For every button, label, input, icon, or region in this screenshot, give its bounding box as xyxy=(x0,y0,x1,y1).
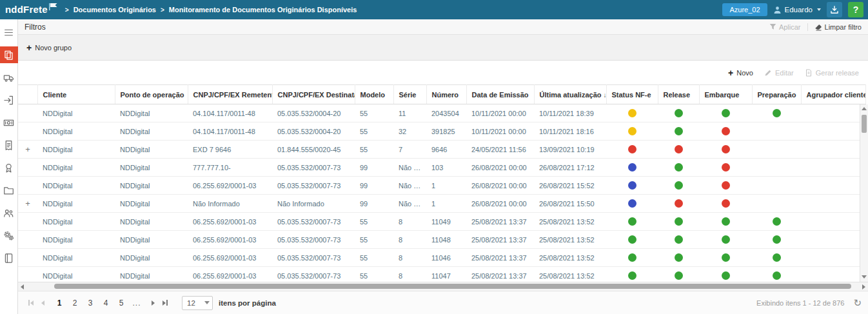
table-row[interactable]: NDDigitalNDDigital06.255.692/0001-0305.0… xyxy=(18,231,865,249)
pager-first-button[interactable] xyxy=(28,300,34,306)
download-button[interactable] xyxy=(827,2,842,17)
cell-serie: Não Infor... xyxy=(393,195,426,213)
vertical-scrollbar[interactable] xyxy=(860,104,868,282)
generate-release-button[interactable]: Gerar release xyxy=(805,69,859,77)
chevron-down-icon xyxy=(202,301,212,304)
cell-emissao: 25/08/2021 13:37 xyxy=(466,213,534,231)
refresh-button[interactable]: ↻ xyxy=(853,298,862,308)
cell-numero: 9646 xyxy=(426,141,466,159)
column-header-emissao[interactable]: Data de Emissão xyxy=(466,85,534,104)
pager-last-button[interactable] xyxy=(163,300,168,306)
column-header-expand xyxy=(18,85,37,104)
sidebar-item-truck[interactable] xyxy=(0,69,18,86)
apply-filter-button[interactable]: Aplicar xyxy=(769,23,801,31)
column-header-remetente[interactable]: CNPJ/CPF/EX Remetente xyxy=(188,85,272,104)
status-dot-red xyxy=(675,145,683,153)
sidebar-item-money[interactable] xyxy=(0,114,18,131)
table-row[interactable]: NDDigitalNDDigital777.777.10-05.035.532/… xyxy=(18,159,865,177)
column-header-status_nfe[interactable]: Status NF-e xyxy=(606,85,658,104)
apply-filter-label: Aplicar xyxy=(779,23,801,31)
scroll-left-button[interactable] xyxy=(21,282,24,291)
scroll-right-button[interactable] xyxy=(862,282,865,291)
sidebar-item-badge[interactable] xyxy=(0,159,18,176)
column-header-release[interactable]: Release xyxy=(658,85,699,104)
cell-numero: 2043504 xyxy=(426,104,466,123)
status-dot-green xyxy=(675,217,683,226)
status-dot-green xyxy=(675,271,683,280)
sidebar-item-documents[interactable] xyxy=(0,46,18,63)
cell-numero: 11048 xyxy=(426,231,466,249)
column-header-modelo[interactable]: Modelo xyxy=(355,85,393,104)
environment-button[interactable]: Azure_02 xyxy=(722,3,767,16)
horizontal-scroll-thumb[interactable] xyxy=(54,284,851,289)
column-header-preparacao[interactable]: Preparação xyxy=(752,85,801,104)
status-dot-green xyxy=(773,217,781,226)
scroll-down-button[interactable] xyxy=(860,273,868,281)
cell-destinatario: 05.035.532/0007-73 xyxy=(272,249,355,267)
table-row[interactable]: +NDDigitalNDDigitalNão InformadoNão Info… xyxy=(18,195,865,213)
new-group-button[interactable]: + Novo grupo xyxy=(26,43,72,52)
pager-prev-button[interactable] xyxy=(41,300,44,306)
pager-page-2[interactable]: 2 xyxy=(67,297,83,309)
vertical-scroll-thumb[interactable] xyxy=(862,115,867,133)
status-dot-green xyxy=(675,127,683,135)
new-button[interactable]: + Novo xyxy=(728,68,753,77)
column-header-agrupador[interactable]: Agrupador cliente xyxy=(801,85,865,104)
table-row[interactable]: NDDigitalNDDigital06.255.692/0001-0305.0… xyxy=(18,249,865,267)
status-dot-green xyxy=(722,253,730,262)
column-header-embarque[interactable]: Embarque xyxy=(699,85,752,104)
table-row[interactable]: NDDigitalNDDigital04.104.117/0011-4805.0… xyxy=(18,104,865,123)
column-header-cliente[interactable]: Cliente xyxy=(37,85,115,104)
status-dot-green xyxy=(722,109,730,117)
column-header-atualizacao[interactable]: Última atualização ↓ xyxy=(534,85,606,104)
column-header-serie[interactable]: Série xyxy=(393,85,426,104)
column-header-destinatario[interactable]: CNPJ/CPF/EX Destinatário xyxy=(272,85,355,104)
horizontal-scrollbar[interactable] xyxy=(18,282,868,291)
table-row[interactable]: NDDigitalNDDigital06.255.692/0001-0305.0… xyxy=(18,177,865,195)
cell-atualizacao: 10/11/2021 18:39 xyxy=(534,104,606,123)
status-dot-red xyxy=(722,145,730,153)
row-expand-cell[interactable]: + xyxy=(18,141,37,159)
scroll-up-button[interactable] xyxy=(860,104,868,113)
pager-page-4[interactable]: 4 xyxy=(98,297,113,309)
sidebar-nav xyxy=(0,19,18,314)
cell-cliente: NDDigital xyxy=(37,141,115,159)
app-logo[interactable]: nddFrete xyxy=(5,1,57,19)
breadcrumb-item-monitoramento[interactable]: Monitoramento de Documentos Originários … xyxy=(169,6,357,14)
pager-page-3[interactable]: 3 xyxy=(83,297,98,309)
help-button[interactable]: ? xyxy=(848,2,863,17)
sidebar-item-book[interactable] xyxy=(0,250,18,266)
page-size-select[interactable]: 12 xyxy=(182,296,213,310)
cell-preparacao xyxy=(752,177,801,195)
cell-status_nfe xyxy=(606,249,658,267)
pager-more-button[interactable]: ... xyxy=(129,297,144,309)
pager-page-1[interactable]: 1 xyxy=(52,297,67,309)
edit-button[interactable]: Editar xyxy=(764,69,794,77)
sidebar-item-receipt[interactable] xyxy=(0,137,18,153)
table-row[interactable]: NDDigitalNDDigital06.255.692/0001-0305.0… xyxy=(18,267,865,282)
pager-next-button[interactable] xyxy=(152,300,155,306)
cell-serie: 8 xyxy=(393,231,426,249)
user-menu[interactable]: Eduardo xyxy=(773,6,821,14)
breadcrumb-item-documentos[interactable]: Documentos Originários xyxy=(74,6,156,14)
clear-filter-button[interactable]: Limpar filtro xyxy=(814,23,862,31)
status-dot-green xyxy=(675,163,683,172)
sidebar-item-menu[interactable] xyxy=(0,24,18,41)
sidebar-item-folder[interactable] xyxy=(0,182,18,199)
sidebar-item-export[interactable] xyxy=(0,92,18,108)
grid-toolbar: + Novo Editar Gerar release xyxy=(18,61,868,84)
table-row[interactable]: NDDigitalNDDigital06.255.692/0001-0305.0… xyxy=(18,213,865,231)
triangle-left-icon xyxy=(41,300,44,306)
book-icon xyxy=(3,253,14,264)
sidebar-item-users[interactable] xyxy=(0,204,18,221)
sidebar-item-gears[interactable] xyxy=(0,227,18,244)
row-expand-cell[interactable]: + xyxy=(18,195,37,213)
triangle-left-icon xyxy=(21,284,24,289)
column-header-numero[interactable]: Número xyxy=(426,85,466,104)
table-row[interactable]: +NDDigitalNDDigitalEXD 7 964601.844.555/… xyxy=(18,141,865,159)
table-row[interactable]: NDDigitalNDDigital04.104.117/0011-4805.0… xyxy=(18,123,865,141)
cell-agrupador xyxy=(801,249,865,267)
pager-page-5[interactable]: 5 xyxy=(113,297,129,309)
column-header-ponto[interactable]: Ponto de operação xyxy=(115,85,188,104)
row-expand-cell xyxy=(18,104,37,123)
